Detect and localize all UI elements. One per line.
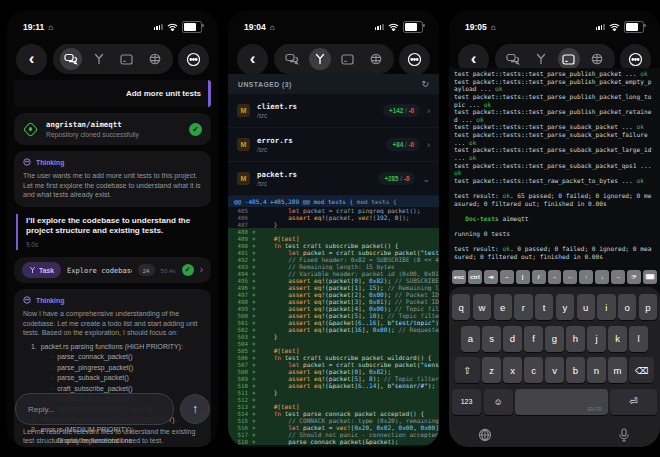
browser-tab[interactable] <box>144 48 166 70</box>
letter-key[interactable]: y <box>556 294 574 320</box>
send-button[interactable]: ↑ <box>180 394 210 424</box>
file-row[interactable]: Mclient.rs/src+142 / -0› <box>228 94 439 128</box>
diff-line: 492+ // Fixed header: 0x82 = SUBSCRIBE (… <box>228 256 439 263</box>
letter-key[interactable]: x <box>503 357 522 383</box>
dictation-key[interactable] <box>613 424 635 446</box>
task-row[interactable]: Task Explore codebase… 24 50.4s ✓ › <box>14 257 211 283</box>
letter-key[interactable]: z <box>482 357 501 383</box>
letter-key[interactable]: r <box>514 294 532 320</box>
signal-icon <box>154 24 163 31</box>
file-row[interactable]: Merror.rs/src+84 / -0› <box>228 128 439 162</box>
diff-line: 499+ assert_eq!(packet[4], 0x00); // Top… <box>228 305 439 312</box>
line-number: 502 <box>228 327 252 333</box>
refresh-icon[interactable]: ↻ <box>421 79 429 89</box>
letter-key[interactable]: u <box>577 294 595 320</box>
letter-key[interactable]: n <box>587 357 606 383</box>
letter-key[interactable]: f <box>524 326 543 352</box>
keyboard-row-2: asdfghjkl <box>452 326 657 352</box>
diff-lines[interactable]: 485 let packet = craft_pingreq_packet();… <box>228 207 439 447</box>
accessory-key[interactable]: ⇥ <box>484 270 498 284</box>
chevron-icon[interactable]: › <box>427 140 430 150</box>
chevron-right-icon[interactable]: › <box>200 265 203 275</box>
chat-scroll[interactable]: Add more unit tests angristan/aimeqtt Re… <box>14 80 211 447</box>
shift-key[interactable]: ⇧ <box>455 357 480 383</box>
line-number: 517 <box>228 432 252 438</box>
letter-key[interactable]: e <box>494 294 512 320</box>
terminal-output[interactable]: test packet::tests::test_parse_publish_p… <box>449 68 660 266</box>
letter-key[interactable]: i <box>597 294 615 320</box>
accessory-key[interactable]: - <box>548 270 562 284</box>
accessory-key[interactable]: ⌨ <box>643 270 657 284</box>
accessory-key[interactable]: ↓ <box>595 270 609 284</box>
terminal-line: test packet::tests::test_parse_suback_pa… <box>454 146 655 161</box>
accessory-key[interactable]: ☞ <box>627 270 641 284</box>
phone-diff-screen: 19:04⌂ ‹ UNSTAGED (3) ↻ Mclient.rs/src+ <box>228 10 439 447</box>
chevron-icon[interactable]: › <box>427 106 430 116</box>
terminal-tab[interactable] <box>337 48 359 70</box>
return-key[interactable]: ⏎ <box>610 389 657 415</box>
letter-key[interactable]: p <box>639 294 657 320</box>
letter-key[interactable]: l <box>629 326 648 352</box>
status-bar: 19:04⌂ <box>228 10 439 37</box>
battery-icon <box>403 21 423 33</box>
backspace-key[interactable]: ⌫ <box>629 357 654 383</box>
accessory-key[interactable]: ~ <box>500 270 514 284</box>
accessory-key[interactable]: ← <box>563 270 577 284</box>
more-button[interactable] <box>178 44 209 75</box>
wifi-icon <box>609 23 620 31</box>
chat-tab[interactable] <box>281 48 303 70</box>
letter-key[interactable]: g <box>545 326 564 352</box>
letter-key[interactable]: v <box>545 357 564 383</box>
letter-key[interactable]: w <box>473 294 491 320</box>
letter-key[interactable]: d <box>503 326 522 352</box>
branch-tab[interactable] <box>309 48 331 70</box>
success-check-icon: ✓ <box>189 123 202 136</box>
letter-key[interactable]: t <box>535 294 553 320</box>
keyboard-row-4: 123 ☺ EN FR ⏎ <box>452 389 657 415</box>
letter-key[interactable]: m <box>608 357 627 383</box>
globe-key[interactable] <box>474 424 496 446</box>
line-number: 511 <box>228 390 252 396</box>
terminal-tab[interactable] <box>116 48 138 70</box>
diff-line: 493+ // Remaining length: 15 bytes <box>228 263 439 270</box>
letter-key[interactable]: k <box>608 326 627 352</box>
modified-badge: M <box>237 172 250 185</box>
terminal-tab[interactable] <box>558 48 580 70</box>
accessory-key[interactable]: | <box>516 270 530 284</box>
emoji-key[interactable]: ☺ <box>484 389 513 415</box>
file-row[interactable]: Mpacket.rs/src+285 / -0⌄ <box>228 162 439 196</box>
accessory-key[interactable]: esc <box>452 270 466 284</box>
accessory-key[interactable]: ↑ <box>579 270 593 284</box>
back-button[interactable]: ‹ <box>237 44 268 75</box>
branch-tab[interactable] <box>88 48 110 70</box>
letter-key[interactable]: j <box>587 326 606 352</box>
letter-key[interactable]: c <box>524 357 543 383</box>
accessory-key[interactable]: → <box>611 270 625 284</box>
accessory-key[interactable]: ctrl <box>468 270 482 284</box>
letter-key[interactable]: o <box>618 294 636 320</box>
diff-line: 514+ fn test_parse_connack_packet_accept… <box>228 410 439 417</box>
browser-tab[interactable] <box>365 48 387 70</box>
back-button[interactable]: ‹ <box>16 44 47 75</box>
browser-tab[interactable] <box>586 48 608 70</box>
accessory-key[interactable]: / <box>532 270 546 284</box>
line-number: 487 <box>228 222 252 228</box>
reply-input[interactable] <box>15 393 174 425</box>
letter-key[interactable]: h <box>566 326 585 352</box>
diff-line: 494+ // Variable header: packet id (0x00… <box>228 270 439 277</box>
letter-key[interactable]: a <box>461 326 480 352</box>
letter-key[interactable]: q <box>452 294 470 320</box>
chat-tab[interactable] <box>60 48 82 70</box>
wifi-icon <box>388 23 399 31</box>
more-button[interactable] <box>399 44 430 75</box>
chat-tab[interactable] <box>502 48 524 70</box>
letter-key[interactable]: s <box>482 326 501 352</box>
diff-stat-badge: +285 / -0 <box>378 172 415 185</box>
bullet-icon: ◦ <box>50 446 52 447</box>
branch-tab[interactable] <box>530 48 552 70</box>
user-message: Add more unit tests <box>14 80 211 107</box>
letter-key[interactable]: b <box>566 357 585 383</box>
space-key[interactable]: EN FR <box>515 389 608 415</box>
numbers-key[interactable]: 123 <box>452 389 481 415</box>
chevron-icon[interactable]: ⌄ <box>422 174 430 184</box>
